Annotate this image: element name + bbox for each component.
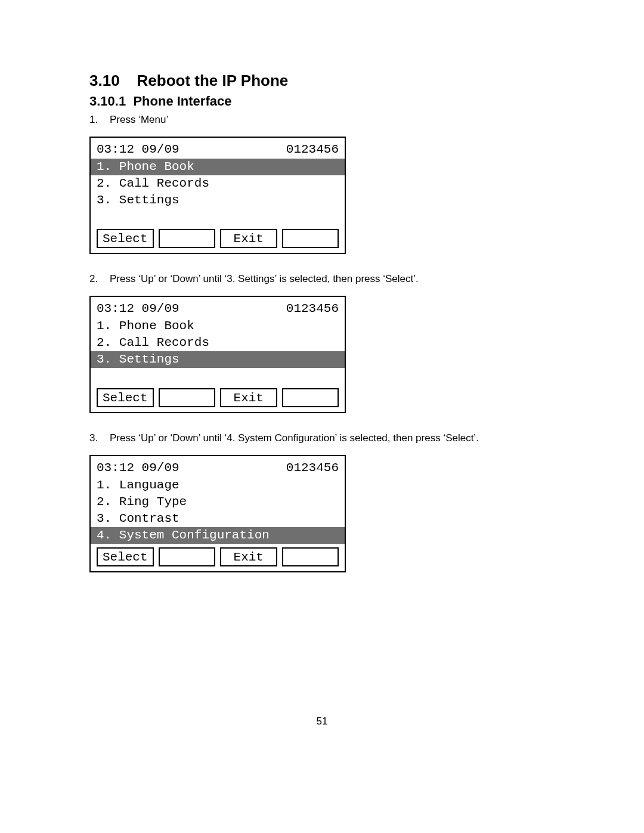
step-2: 2. Press ‘Up’ or ‘Down’ until ‘3. Settin… [89,273,555,285]
softkey-exit: Exit [220,229,277,248]
softkey-blank [159,547,216,566]
softkey-row: Select Exit [91,225,345,248]
step-3: 3. Press ‘Up’ or ‘Down’ until ‘4. System… [89,432,555,444]
subsection-number: 3.10.1 [89,94,126,109]
softkey-blank [282,388,339,407]
softkey-select: Select [97,388,154,407]
softkey-blank [159,388,216,407]
step-text: Press ‘Up’ or ‘Down’ until ‘3. Settings’… [110,273,555,285]
extension-number: 0123456 [286,461,339,475]
softkey-row: Select Exit [91,544,345,566]
section-title: Reboot the IP Phone [137,72,289,89]
menu-item-phone-book: 1. Phone Book [91,159,345,175]
menu-list: 1. Phone Book 2. Call Records 3. Setting… [91,159,345,225]
section-number: 3.10 [89,72,120,89]
subsection-title: Phone Interface [133,94,231,109]
menu-item-contrast: 3. Contrast [91,510,345,527]
softkey-blank [159,229,216,248]
menu-item-ring-type: 2. Ring Type [91,494,345,510]
softkey-select: Select [97,547,154,566]
softkey-exit: Exit [220,388,277,407]
phone-screen-3: 03:12 09/09 0123456 1. Language 2. Ring … [89,455,346,572]
menu-item-system-configuration: 4. System Configuration [91,527,345,544]
step-text: Press ‘Up’ or ‘Down’ until ‘4. System Co… [110,432,555,444]
subsection-heading: 3.10.1 Phone Interface [89,94,555,109]
menu-item-call-records: 2. Call Records [91,175,345,192]
phone-screen-2: 03:12 09/09 0123456 1. Phone Book 2. Cal… [89,296,346,413]
menu-item-language: 1. Language [91,477,345,494]
softkey-blank [282,229,339,248]
clock-text: 03:12 09/09 [97,143,179,156]
screen-topbar: 03:12 09/09 0123456 [91,302,345,318]
screen-topbar: 03:12 09/09 0123456 [91,143,345,159]
clock-text: 03:12 09/09 [97,461,179,475]
page-number: 51 [89,716,555,727]
step-number: 3. [89,432,110,444]
softkey-exit: Exit [220,547,277,566]
section-heading: 3.10 Reboot the IP Phone [89,72,555,90]
menu-item-call-records: 2. Call Records [91,335,345,351]
step-text: Press ‘Menu’ [110,114,555,126]
clock-text: 03:12 09/09 [97,302,179,315]
screen-topbar: 03:12 09/09 0123456 [91,461,345,477]
menu-list: 1. Phone Book 2. Call Records 3. Setting… [91,318,345,385]
step-1: 1. Press ‘Menu’ [89,114,555,126]
menu-item-settings: 3. Settings [91,351,345,368]
softkey-row: Select Exit [91,385,345,407]
menu-item-settings: 3. Settings [91,192,345,209]
phone-screen-1: 03:12 09/09 0123456 1. Phone Book 2. Cal… [89,137,346,254]
menu-list: 1. Language 2. Ring Type 3. Contrast 4. … [91,477,345,544]
softkey-blank [282,547,339,566]
step-number: 2. [89,273,110,285]
softkey-select: Select [97,229,154,248]
menu-item-phone-book: 1. Phone Book [91,318,345,335]
step-number: 1. [89,114,110,126]
extension-number: 0123456 [286,143,339,156]
extension-number: 0123456 [286,302,339,315]
